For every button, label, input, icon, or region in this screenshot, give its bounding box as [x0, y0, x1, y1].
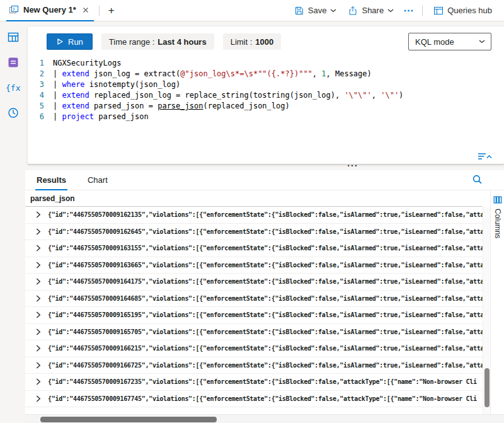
time-range-picker[interactable]: Time range : Last 4 hours — [101, 33, 214, 50]
rail-explorer-button[interactable] — [4, 29, 23, 45]
limit-label: Limit : — [231, 37, 253, 47]
table-row[interactable]: {"id":"4467550570009164175","violations"… — [25, 274, 483, 291]
save-label: Save — [308, 6, 327, 15]
expand-row-chevron-icon[interactable] — [34, 378, 45, 386]
line-number: 2 — [28, 69, 44, 79]
expand-row-chevron-icon[interactable] — [34, 328, 45, 336]
query-tab[interactable]: New Query 1* — [6, 0, 94, 21]
column-header-row: parsed_json — [25, 190, 483, 207]
top-bar: New Query 1* + Save Share ⋯ — [0, 0, 504, 21]
column-header-parsed-json[interactable]: parsed_json — [30, 194, 75, 203]
expand-row-chevron-icon[interactable] — [34, 261, 45, 269]
share-icon — [348, 6, 358, 16]
expand-row-chevron-icon[interactable] — [34, 311, 45, 319]
tab-results-label: Results — [37, 175, 66, 185]
search-button[interactable] — [472, 174, 483, 185]
splitter-handle-dots: ... — [347, 158, 358, 168]
top-actions: Save Share ⋯ Queries hub — [289, 2, 498, 19]
save-button[interactable]: Save — [289, 3, 343, 18]
query-editor-panel: Run Time range : Last 4 hours Limit : 10… — [28, 26, 504, 164]
close-tab-icon[interactable] — [83, 7, 89, 13]
row-json-text: {"id":"4467550570009162645","violations"… — [48, 228, 483, 235]
run-button[interactable]: Run — [47, 33, 93, 50]
line-number: 4 — [28, 90, 44, 101]
run-label: Run — [68, 37, 83, 47]
table-row[interactable]: {"id":"4467550570009167235","violations"… — [25, 374, 483, 391]
line-number: 3 — [28, 79, 44, 90]
code-line[interactable]: | extend replaced_json_log = replace_str… — [53, 90, 504, 101]
queries-hub-button[interactable]: Queries hub — [428, 3, 498, 18]
columns-pane-tab[interactable]: Columns — [490, 190, 504, 414]
rail-functions-button[interactable]: {fx} — [4, 79, 23, 96]
kql-mode-select[interactable]: KQL mode — [408, 33, 491, 50]
functions-fx-icon: {fx} — [5, 82, 21, 93]
expand-row-chevron-icon[interactable] — [34, 361, 45, 369]
collapse-editor-button[interactable] — [478, 152, 493, 161]
code-line[interactable]: NGXSecurityLogs — [53, 58, 504, 69]
table-row[interactable]: {"id":"4467550570009163665","violations"… — [25, 257, 483, 274]
table-row[interactable]: {"id":"4467550570009163155","violations"… — [25, 240, 483, 257]
search-icon — [472, 174, 483, 185]
results-tabs: Results Chart — [25, 170, 504, 190]
row-json-text: {"id":"4467550570009167235","violations"… — [48, 378, 483, 385]
table-row[interactable]: {"id":"4467550570009162135","violations"… — [25, 207, 483, 224]
limit-picker[interactable]: Limit : 1000 — [223, 33, 282, 50]
code-line[interactable]: | extend parsed_json = parse_json(replac… — [53, 101, 504, 112]
code-line[interactable]: | project parsed_json — [53, 112, 504, 122]
tab-results[interactable]: Results — [35, 175, 67, 190]
panel-splitter[interactable]: ... — [328, 159, 378, 168]
horizontal-scrollbar[interactable] — [25, 414, 504, 423]
expand-row-chevron-icon[interactable] — [34, 211, 45, 219]
collapse-lines-icon — [478, 152, 493, 161]
plus-icon: + — [108, 4, 115, 16]
share-button[interactable]: Share — [342, 3, 399, 18]
expand-row-chevron-icon[interactable] — [34, 294, 45, 303]
row-json-text: {"id":"4467550570009166215","violations"… — [48, 345, 483, 352]
share-label: Share — [362, 6, 384, 15]
row-json-text: {"id":"4467550570009164685","violations"… — [48, 295, 483, 302]
row-json-text: {"id":"4467550570009163155","violations"… — [48, 245, 483, 252]
expand-row-chevron-icon[interactable] — [34, 395, 45, 403]
rail-samples-button[interactable] — [4, 54, 23, 71]
code-line[interactable]: | where isnotempty(json_log) — [53, 79, 504, 90]
kql-mode-value: KQL mode — [415, 37, 454, 47]
editor-code[interactable]: NGXSecurityLogs| extend json_log = extra… — [44, 58, 504, 122]
new-tab-button[interactable]: + — [105, 4, 118, 18]
tab-title: New Query 1* — [23, 5, 76, 14]
sample-db-icon — [7, 56, 20, 69]
divider — [99, 6, 100, 16]
table-row[interactable]: {"id":"4467550570009166215","violations"… — [25, 340, 483, 357]
tab-chart-label: Chart — [88, 175, 108, 185]
row-json-text: {"id":"4467550570009164175","violations"… — [48, 278, 483, 285]
expand-row-chevron-icon[interactable] — [34, 344, 45, 352]
line-number: 1 — [28, 58, 44, 69]
row-json-text: {"id":"4467550570009165705","violations"… — [48, 328, 483, 335]
line-number: 5 — [28, 101, 44, 112]
horizontal-scrollbar-thumb[interactable] — [40, 417, 217, 422]
play-icon — [56, 38, 64, 45]
row-json-text: {"id":"4467550570009165195","violations"… — [48, 311, 483, 318]
table-row[interactable]: {"id":"4467550570009164685","violations"… — [25, 291, 483, 308]
limit-value: 1000 — [255, 37, 273, 47]
results-panel: Results Chart parsed_json {"id":"4467550… — [25, 170, 504, 423]
table-row[interactable]: {"id":"4467550570009162645","violations"… — [25, 224, 483, 241]
expand-row-chevron-icon[interactable] — [34, 244, 45, 252]
expand-row-chevron-icon[interactable] — [34, 277, 45, 286]
vertical-scrollbar[interactable] — [483, 207, 490, 414]
ellipsis-icon: ⋯ — [403, 4, 413, 16]
tab-chart[interactable]: Chart — [86, 175, 109, 190]
line-number: 6 — [28, 112, 44, 122]
vertical-scrollbar-thumb[interactable] — [484, 368, 490, 407]
query-editor[interactable]: 123456 NGXSecurityLogs| extend json_log … — [28, 58, 504, 122]
table-row[interactable]: {"id":"4467550570009166725","violations"… — [25, 357, 483, 374]
queries-hub-label: Queries hub — [447, 6, 492, 15]
table-row[interactable]: {"id":"4467550570009165705","violations"… — [25, 324, 483, 341]
expand-row-chevron-icon[interactable] — [34, 228, 45, 236]
table-row[interactable]: {"id":"4467550570009165195","violations"… — [25, 307, 483, 324]
time-range-label: Time range : — [109, 37, 155, 47]
more-button[interactable]: ⋯ — [399, 2, 417, 19]
rail-history-button[interactable] — [4, 105, 23, 121]
table-row[interactable]: {"id":"4467550570009167745","violations"… — [25, 391, 483, 408]
save-icon — [294, 6, 304, 16]
code-line[interactable]: | extend json_log = extract(@"json_log\s… — [53, 69, 504, 79]
